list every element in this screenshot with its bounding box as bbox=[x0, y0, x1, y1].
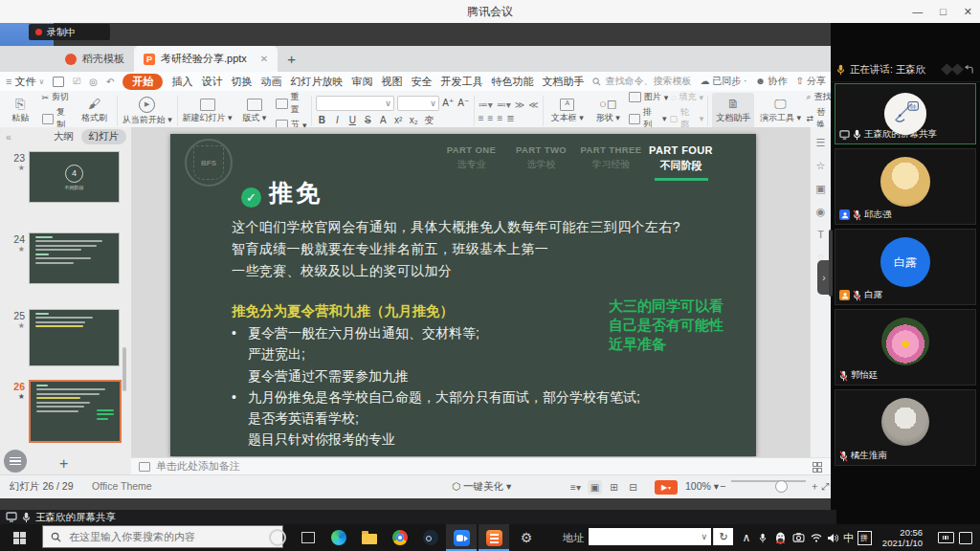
minimize-button[interactable]: — bbox=[912, 6, 923, 17]
address-refresh-button[interactable]: ↻ bbox=[713, 528, 733, 545]
menu-view[interactable]: 视图 bbox=[381, 75, 402, 89]
decrease-font-button[interactable]: A⁻ bbox=[457, 98, 470, 108]
font-size-select[interactable]: ∨ bbox=[397, 96, 439, 111]
close-button[interactable]: ✕ bbox=[964, 6, 972, 18]
menu-slideshow[interactable]: 幻灯片放映 bbox=[290, 75, 343, 89]
subscript-button[interactable]: x₂ bbox=[408, 115, 420, 125]
sidebar-scrollbar[interactable] bbox=[829, 230, 833, 297]
play-from-current-button[interactable]: ▶ 从当前开始 ▾ bbox=[122, 93, 173, 129]
text-tool-icon[interactable]: T bbox=[817, 229, 824, 240]
menu-review[interactable]: 审阅 bbox=[351, 75, 372, 89]
picture-button[interactable]: 图片 ▾ bbox=[629, 91, 669, 103]
number-list-icon[interactable]: ≕▾ bbox=[497, 99, 511, 110]
tray-expand-icon[interactable]: ∧ bbox=[739, 524, 754, 551]
tray-mic-icon[interactable] bbox=[756, 524, 769, 551]
menu-devtools[interactable]: 开发工具 bbox=[440, 75, 482, 89]
participant-tile[interactable]: 白露 白露 bbox=[835, 229, 976, 305]
tray-volume-icon[interactable] bbox=[825, 524, 839, 551]
menu-transition[interactable]: 切换 bbox=[231, 75, 252, 89]
quick-tools-floating-button[interactable] bbox=[4, 450, 27, 473]
tencent-docs-icon[interactable] bbox=[479, 524, 509, 551]
tray-qq-icon[interactable] bbox=[773, 524, 788, 551]
slide-thumbnail-24[interactable]: 24 ★ bbox=[0, 232, 120, 284]
italic-button[interactable]: I bbox=[331, 115, 344, 125]
zoom-out-button[interactable]: − bbox=[720, 480, 725, 492]
slide-thumbnail-25[interactable]: 25 ★ bbox=[0, 309, 120, 366]
bold-button[interactable]: B bbox=[316, 115, 328, 125]
cut-button[interactable]: ✂ 剪切 bbox=[42, 91, 74, 103]
indent-icon[interactable]: ≫ bbox=[515, 99, 524, 110]
collapse-panel-icon[interactable]: « bbox=[6, 131, 11, 143]
collaborate-button[interactable]: ☻ 协作 bbox=[755, 75, 787, 88]
doc-assistant-button[interactable]: 🗎 文档助手 bbox=[712, 93, 754, 129]
justify-icon[interactable]: ≣ bbox=[506, 113, 514, 123]
share-button[interactable]: ⇧ 分享 bbox=[796, 75, 826, 88]
add-slide-button[interactable]: + bbox=[59, 455, 68, 473]
menu-animation[interactable]: 动画 bbox=[260, 75, 281, 89]
sync-status[interactable]: ☁ 已同步 · bbox=[700, 75, 746, 88]
outdent-icon[interactable]: ≪ bbox=[528, 99, 538, 110]
grid-view-icon[interactable] bbox=[813, 462, 821, 471]
thumbnail-scrollbar[interactable] bbox=[122, 148, 126, 452]
slideshow-play-button[interactable]: ▶▾ bbox=[655, 480, 678, 495]
notes-bar[interactable]: 单击此处添加备注 bbox=[131, 457, 831, 474]
menu-security[interactable]: 安全 bbox=[411, 75, 432, 89]
tab-document[interactable]: P 考研经验分享.pptx ✕ bbox=[134, 46, 278, 72]
format-painter-button[interactable]: 🖌 格式刷 bbox=[76, 93, 113, 129]
touch-keyboard-icon[interactable] bbox=[936, 524, 955, 551]
new-tab-button[interactable]: + bbox=[287, 51, 296, 67]
menu-doc-assistant[interactable]: 文档助手 bbox=[542, 75, 584, 89]
tab-close-icon[interactable]: ✕ bbox=[260, 54, 268, 64]
strikethrough-button[interactable]: S bbox=[362, 115, 374, 125]
ime-mode-icon[interactable]: 拼 bbox=[857, 524, 872, 551]
file-explorer-icon[interactable] bbox=[354, 524, 385, 551]
menu-insert[interactable]: 插入 bbox=[171, 75, 192, 89]
print-icon[interactable]: ⎚ bbox=[73, 76, 80, 87]
zoom-percent[interactable]: 100% ▾ bbox=[685, 480, 719, 492]
steam-icon[interactable] bbox=[415, 524, 446, 551]
shapes-button[interactable]: ○◻ 形状 ▾ bbox=[590, 93, 626, 129]
cortana-button[interactable] bbox=[262, 524, 293, 551]
participant-tile[interactable]: 橘生淮南 bbox=[835, 389, 976, 466]
outline-tab[interactable]: 大纲 bbox=[54, 130, 74, 143]
color-scheme-icon[interactable]: ◉ bbox=[816, 206, 826, 218]
ime-language-indicator[interactable]: 中 bbox=[841, 524, 856, 551]
reading-view-icon[interactable]: ⊟ bbox=[626, 480, 640, 495]
preview-icon[interactable]: ◎ bbox=[89, 77, 98, 87]
text-box-button[interactable]: A 文本框 ▾ bbox=[547, 93, 588, 129]
align-center-icon[interactable]: ≡ bbox=[488, 113, 494, 123]
notes-toggle-icon[interactable]: ≡▾ bbox=[568, 480, 583, 495]
edge-icon[interactable] bbox=[323, 524, 354, 551]
zoom-in-button[interactable]: ＋ bbox=[810, 480, 820, 494]
superscript-button[interactable]: x² bbox=[392, 115, 405, 125]
participant-tile-screen-share[interactable]: 哇 王森欣的屏幕共享 bbox=[835, 83, 976, 144]
increase-font-button[interactable]: A⁺ bbox=[442, 98, 455, 108]
paste-button[interactable]: ⎘ 粘贴 bbox=[2, 93, 39, 129]
align-right-icon[interactable]: ≡ bbox=[497, 113, 502, 123]
menu-features[interactable]: 特色功能 bbox=[491, 75, 533, 89]
pop-out-arrow-icon[interactable] bbox=[964, 65, 974, 74]
tray-camera-icon[interactable] bbox=[791, 524, 806, 551]
slide-thumbnail-26-selected[interactable]: 26 ★ bbox=[0, 380, 122, 443]
taskbar-search[interactable] bbox=[42, 525, 283, 548]
slide-thumbnail-23[interactable]: 23 ★ 4 不同阶段 bbox=[0, 151, 120, 203]
address-input[interactable]: ∨ bbox=[589, 528, 711, 545]
fill-button[interactable]: ◌ 填充 ▾ bbox=[671, 91, 703, 103]
zoom-slider-knob[interactable] bbox=[775, 480, 788, 493]
undo-icon[interactable]: ↶ bbox=[106, 77, 114, 87]
start-button[interactable] bbox=[13, 532, 26, 544]
find-button[interactable]: ⌕ 查找 bbox=[807, 91, 833, 103]
task-view-button[interactable] bbox=[293, 524, 323, 551]
menu-home[interactable]: 开始 bbox=[122, 74, 163, 90]
search-input[interactable] bbox=[67, 530, 262, 543]
tencent-meeting-icon[interactable] bbox=[446, 524, 477, 551]
underline-button[interactable]: U bbox=[346, 115, 359, 125]
participant-tile[interactable]: 郭怡廷 bbox=[835, 309, 976, 386]
tab-docer-template[interactable]: 稻壳模板 bbox=[56, 46, 134, 72]
normal-view-icon[interactable]: ▣ bbox=[588, 480, 602, 495]
font-family-select[interactable]: ∨ bbox=[316, 96, 394, 111]
maximize-button[interactable]: □ bbox=[940, 6, 947, 17]
layers-icon[interactable]: ▣ bbox=[815, 183, 825, 195]
participant-tile[interactable]: 邱志强 bbox=[835, 148, 976, 225]
slides-tab[interactable]: 幻灯片 bbox=[81, 129, 127, 144]
